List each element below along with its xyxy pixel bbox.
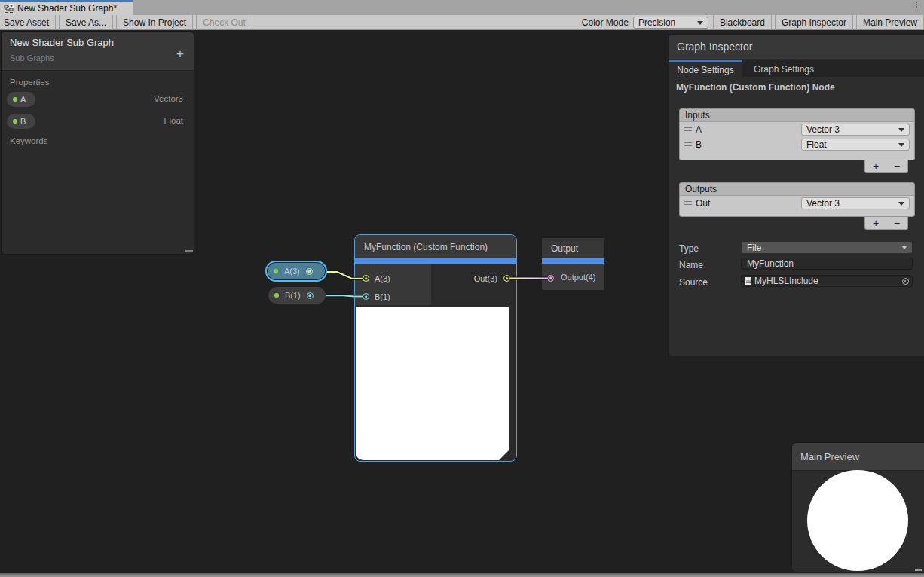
property-node-a-label: A(3) — [284, 267, 300, 276]
tab-overflow-menu-icon[interactable] — [916, 2, 917, 8]
property-node-b[interactable]: B(1) — [268, 287, 326, 304]
blackboard-property-a[interactable]: A — [7, 92, 35, 107]
dropdown-caret-icon — [697, 21, 703, 25]
property-dot-icon — [13, 97, 17, 102]
outputs-list-footer: + − — [864, 217, 908, 230]
property-dot-icon — [274, 293, 279, 298]
custom-function-node[interactable]: MyFunction (Custom Function) A(3) B(1) O… — [354, 234, 517, 462]
inputs-list-footer: + − — [864, 160, 908, 173]
color-mode-value: Precision — [638, 17, 675, 28]
color-mode-dropdown[interactable]: Precision — [633, 17, 708, 29]
inputs-add-button[interactable]: + — [873, 161, 879, 172]
property-node-a-port[interactable] — [306, 268, 313, 275]
source-value: MyHLSLInclude — [754, 276, 818, 286]
blackboard-header[interactable]: New Shader Sub Graph Sub Graphs + — [2, 32, 194, 71]
custom-function-node-title[interactable]: MyFunction (Custom Function) — [355, 235, 516, 258]
blackboard-section-properties: Properties — [10, 78, 49, 87]
blackboard-toggle-button[interactable]: Blackboard — [713, 15, 772, 30]
input-b-name: B — [696, 139, 702, 150]
tab-title: New Shader Sub Graph* — [17, 3, 117, 14]
preview-sphere — [807, 470, 908, 571]
output-out-type-value: Vector 3 — [806, 198, 840, 209]
precision-color-bar — [355, 258, 516, 264]
output-out-type-dropdown[interactable]: Vector 3 — [801, 197, 910, 209]
blackboard-property-b-type: Float — [164, 116, 183, 125]
outputs-row-out[interactable]: Out Vector 3 — [680, 196, 914, 211]
outputs-list-header: Outputs — [680, 183, 914, 196]
toolbar: Save Asset Save As... Show In Project Ch… — [0, 15, 924, 30]
blackboard-subtitle: Sub Graphs — [10, 53, 54, 63]
input-b-type-dropdown[interactable]: Float — [801, 139, 910, 151]
graph-inspector-tab-strip: Node Settings Graph Settings — [669, 60, 924, 77]
input-a-type-dropdown[interactable]: Vector 3 — [801, 124, 910, 136]
preview-collapse-handle[interactable] — [499, 450, 509, 460]
property-dot-icon — [274, 269, 278, 273]
input-b-type-value: Float — [806, 139, 827, 150]
shader-graph-icon — [4, 4, 14, 14]
type-dropdown[interactable]: File — [741, 241, 913, 254]
output-node-port[interactable] — [547, 275, 554, 282]
type-label: Type — [679, 243, 699, 254]
outputs-list: Outputs Out Vector 3 — [679, 182, 915, 217]
input-a-name: A — [696, 124, 702, 135]
dropdown-caret-icon — [898, 202, 904, 206]
output-node-title[interactable]: Output — [542, 238, 604, 258]
blackboard-resize-handle[interactable] — [185, 250, 193, 252]
asset-file-icon — [745, 277, 751, 285]
blackboard-title: New Shader Sub Graph — [10, 37, 114, 48]
property-node-b-port[interactable] — [307, 292, 314, 299]
input-port-a-label: A(3) — [375, 274, 390, 283]
output-out-name: Out — [696, 198, 710, 209]
property-dot-icon — [13, 119, 17, 124]
main-preview-panel: Main Preview — [791, 442, 924, 572]
graph-inspector-title: Graph Inspector — [677, 41, 752, 53]
input-port-b-label: B(1) — [375, 292, 390, 301]
output-node[interactable]: Output Output(4) — [542, 238, 604, 290]
inputs-remove-button[interactable]: − — [894, 161, 900, 172]
outputs-remove-button[interactable]: − — [894, 218, 900, 228]
check-out-button: Check Out — [196, 15, 252, 30]
precision-color-bar — [542, 258, 604, 264]
inputs-row-b[interactable]: B Float — [680, 137, 914, 152]
property-node-a[interactable]: A(3) — [265, 261, 327, 282]
type-value: File — [747, 243, 761, 253]
name-field[interactable]: MyFunction — [741, 258, 913, 270]
graph-inspector-toggle-button[interactable]: Graph Inspector — [775, 15, 853, 30]
main-preview-toggle-button[interactable]: Main Preview — [856, 15, 924, 30]
graph-inspector-panel: Graph Inspector Node Settings Graph Sett… — [668, 34, 924, 357]
outputs-add-button[interactable]: + — [873, 218, 879, 228]
input-a-type-value: Vector 3 — [806, 124, 840, 135]
blackboard-panel: New Shader Sub Graph Sub Graphs + Proper… — [1, 31, 194, 255]
property-node-b-label: B(1) — [285, 291, 301, 300]
dropdown-caret-icon — [898, 143, 904, 147]
output-node-port-label: Output(4) — [561, 273, 595, 282]
blackboard-property-a-type: Vector3 — [154, 94, 183, 103]
object-picker-icon[interactable] — [902, 278, 909, 285]
show-in-project-button[interactable]: Show In Project — [116, 15, 193, 30]
source-label: Source — [679, 277, 708, 288]
tab-node-settings[interactable]: Node Settings — [669, 60, 742, 78]
inputs-list: Inputs A Vector 3 B Float — [679, 108, 915, 160]
main-preview-resize-handle[interactable] — [915, 569, 922, 571]
window-bottom-strip — [0, 573, 924, 577]
name-label: Name — [679, 260, 703, 270]
source-object-field[interactable]: MyHLSLInclude — [741, 275, 913, 287]
main-preview-header[interactable]: Main Preview — [792, 443, 924, 471]
color-mode-label: Color Mode — [582, 17, 629, 28]
drag-handle-icon[interactable] — [684, 142, 692, 146]
node-preview[interactable] — [356, 307, 509, 460]
blackboard-property-a-label: A — [20, 95, 26, 104]
blackboard-add-button[interactable]: + — [176, 47, 184, 60]
drag-handle-icon[interactable] — [684, 127, 692, 131]
inputs-row-a[interactable]: A Vector 3 — [680, 122, 914, 137]
drag-handle-icon[interactable] — [684, 201, 692, 205]
tab-graph-settings[interactable]: Graph Settings — [742, 60, 825, 78]
save-asset-button[interactable]: Save Asset — [0, 15, 56, 30]
blackboard-property-b[interactable]: B — [7, 114, 35, 129]
inspector-node-title: MyFunction (Custom Function) Node — [676, 82, 835, 93]
document-tab-bar: New Shader Sub Graph* — [0, 0, 924, 15]
output-port-out[interactable] — [503, 275, 510, 282]
inputs-list-header: Inputs — [680, 109, 914, 122]
tab-new-shader-sub-graph[interactable]: New Shader Sub Graph* — [0, 0, 133, 15]
save-as-button[interactable]: Save As... — [59, 15, 113, 30]
